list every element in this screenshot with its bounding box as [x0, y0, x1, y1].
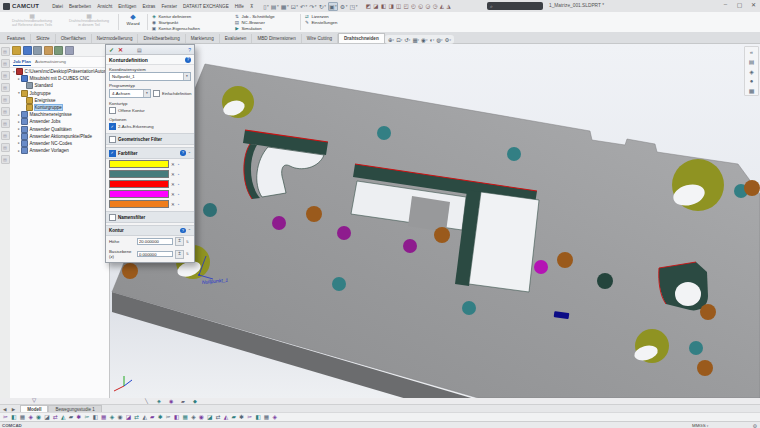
- height-input[interactable]: [137, 238, 173, 245]
- ribbon-button-kontur-eigenschaften[interactable]: ▣Kontur-Eigenschaften: [151, 25, 231, 31]
- dock-tool-icon[interactable]: ▤: [1, 71, 10, 80]
- view-tool-icon[interactable]: ◐▾: [429, 37, 434, 43]
- dock-tool-icon[interactable]: ▤: [1, 131, 10, 140]
- name-filter-checkbox[interactable]: [109, 214, 116, 221]
- stepper-icon[interactable]: ⇅: [186, 252, 189, 256]
- edm-toolbar-icon[interactable]: ✂: [3, 414, 8, 420]
- tree-tab-automatisierung[interactable]: Automatisierung: [35, 58, 66, 66]
- edm-toolbar-icon[interactable]: ✂: [247, 414, 252, 420]
- menu-item[interactable]: DATAKIT EXCHANGE: [180, 2, 232, 11]
- geometric-filter-section[interactable]: Geometrischer Filter: [106, 133, 194, 145]
- menu-item[interactable]: Fenster: [158, 2, 180, 11]
- search-input[interactable]: ⌕: [487, 2, 543, 10]
- dock-tool-icon[interactable]: ▤: [1, 95, 10, 104]
- addin-icon[interactable]: ◨: [388, 3, 393, 9]
- tab-wire-cutting[interactable]: Wire Cutting: [302, 34, 338, 43]
- edm-toolbar-icon[interactable]: ◉: [36, 414, 41, 420]
- dock-tool-icon[interactable]: ▤: [1, 143, 10, 152]
- featuremanager-tab-icon[interactable]: [44, 46, 53, 55]
- tab-markierung[interactable]: Markierung: [186, 34, 220, 43]
- section-help-icon[interactable]: ?: [180, 150, 186, 156]
- units-selector[interactable]: MMGS ▾: [692, 423, 708, 428]
- edm-toolbar-icon[interactable]: ◪: [207, 414, 212, 420]
- edm-toolbar-icon[interactable]: ◧: [92, 414, 97, 420]
- edm-toolbar-icon[interactable]: ◭: [224, 414, 228, 420]
- hole-teal[interactable]: [507, 147, 521, 161]
- tab-direktbearbeitung[interactable]: Direktbearbeitung: [138, 34, 185, 43]
- edm-toolbar-icon[interactable]: ▦: [182, 414, 187, 420]
- featuremanager-tab-icon[interactable]: [33, 46, 42, 55]
- pick-color-icon[interactable]: ◔: [177, 192, 180, 197]
- remove-color-icon[interactable]: ✕: [171, 202, 175, 207]
- edm-toolbar-icon[interactable]: ✱: [158, 414, 163, 420]
- hole-purple[interactable]: [337, 226, 351, 240]
- hole-teal[interactable]: [203, 203, 217, 217]
- quick-access-icon[interactable]: ↷▾: [309, 3, 316, 10]
- tree-item[interactable]: ▸Anwender Qualitäten: [10, 126, 109, 133]
- tree-item[interactable]: ▸Mitsubishi mit D-CUBES CNC: [10, 75, 109, 82]
- remove-color-icon[interactable]: ✕: [171, 172, 175, 177]
- featuremanager-tab-icon[interactable]: [23, 46, 32, 55]
- addin-icon[interactable]: ◪: [373, 3, 378, 9]
- edm-toolbar-icon[interactable]: ⇄: [216, 414, 221, 420]
- collapse-chevron-icon[interactable]: ⌃: [188, 151, 191, 156]
- edm-toolbar-icon[interactable]: ✱: [239, 414, 244, 420]
- edm-toolbar-icon[interactable]: ◈: [191, 414, 195, 420]
- addin-icon[interactable]: ◧: [381, 3, 386, 9]
- edm-toolbar-icon[interactable]: ◪: [44, 414, 49, 420]
- selection-filter-icon[interactable]: ◉: [169, 398, 173, 404]
- name-filter-section[interactable]: Namensfilter: [106, 211, 194, 223]
- help-icon[interactable]: ?: [188, 47, 191, 53]
- pin-icon[interactable]: ⊼: [247, 2, 256, 11]
- tab-oberfl-chen[interactable]: Oberflächen: [56, 34, 92, 43]
- filter-funnel-icon[interactable]: ▽: [32, 397, 36, 403]
- edm-toolbar-icon[interactable]: ▦: [264, 414, 269, 420]
- hole-teal[interactable]: [689, 341, 703, 355]
- graphics-viewport[interactable]: Nullpunkt_1: [110, 44, 760, 398]
- edm-toolbar-icon[interactable]: ◉: [117, 414, 122, 420]
- wire-edm-on-reference-button[interactable]: ▦Drahtschneidbearbeitung auf Referenz di…: [4, 13, 60, 27]
- edm-toolbar-icon[interactable]: ✱: [76, 414, 81, 420]
- tab-skizze[interactable]: Skizze: [31, 34, 56, 43]
- hole-brown[interactable]: [122, 263, 138, 279]
- view-tool-icon[interactable]: ⊕▾: [388, 37, 394, 43]
- tree-item[interactable]: ▸Anwender NC-Codes: [10, 140, 109, 147]
- tree-item[interactable]: Konturgruppe: [10, 104, 109, 111]
- tab-evaluieren[interactable]: Evaluieren: [220, 34, 253, 43]
- tree-item[interactable]: ▸Maschinenereignisse: [10, 111, 109, 118]
- hole-purple[interactable]: [272, 216, 286, 230]
- measure-button[interactable]: ±: [175, 237, 184, 246]
- coordinate-system-select[interactable]: Nullpunkt_1 ▾: [109, 72, 191, 81]
- contour-section[interactable]: Kontur ? ⌃: [106, 225, 194, 236]
- hole-purple[interactable]: [403, 239, 417, 253]
- selection-filter-icon[interactable]: ◆: [193, 398, 197, 404]
- tab-netzmodellierung[interactable]: Netzmodellierung: [92, 34, 139, 43]
- quick-access-icon[interactable]: ▯▾: [263, 3, 269, 10]
- hole-brown[interactable]: [306, 206, 322, 222]
- task-pane-icon[interactable]: ◈: [745, 66, 758, 76]
- menu-item[interactable]: Hilfe: [232, 2, 247, 11]
- task-pane-icon[interactable]: ●: [745, 76, 758, 85]
- featuremanager-tab-icon[interactable]: [12, 46, 21, 55]
- cancel-icon[interactable]: ✕: [118, 46, 123, 53]
- quick-access-icon[interactable]: ▣▾: [328, 2, 338, 11]
- edm-toolbar-icon[interactable]: ◈: [273, 414, 277, 420]
- wizard-button[interactable]: ◆ Wizard: [121, 13, 145, 26]
- hole-teal[interactable]: [332, 277, 346, 291]
- dock-tool-icon[interactable]: ▤: [1, 155, 10, 164]
- hole-darkslate[interactable]: [597, 273, 613, 289]
- tree-item[interactable]: ▾C:\Users\mc\Desktop\Präsentation\Automa…: [10, 68, 109, 75]
- addin-icon[interactable]: ◵: [418, 3, 423, 9]
- menu-item[interactable]: Datei: [49, 2, 66, 11]
- tree-item[interactable]: ▸Anwender Vorlagen: [10, 147, 109, 154]
- tree-item[interactable]: ▸Anwender Jobs: [10, 118, 109, 125]
- remove-color-icon[interactable]: ✕: [171, 192, 175, 197]
- remove-color-icon[interactable]: ✕: [171, 162, 175, 167]
- quick-access-icon[interactable]: ◳▾: [350, 3, 358, 10]
- edm-toolbar-icon[interactable]: ▰: [231, 414, 235, 420]
- hole-brown[interactable]: [744, 180, 760, 196]
- menu-item[interactable]: Ansicht: [94, 2, 115, 11]
- dock-tool-icon[interactable]: ▤: [1, 47, 10, 56]
- pick-color-icon[interactable]: ◔: [177, 162, 180, 167]
- collapse-chevron-icon[interactable]: ⌃: [188, 228, 191, 233]
